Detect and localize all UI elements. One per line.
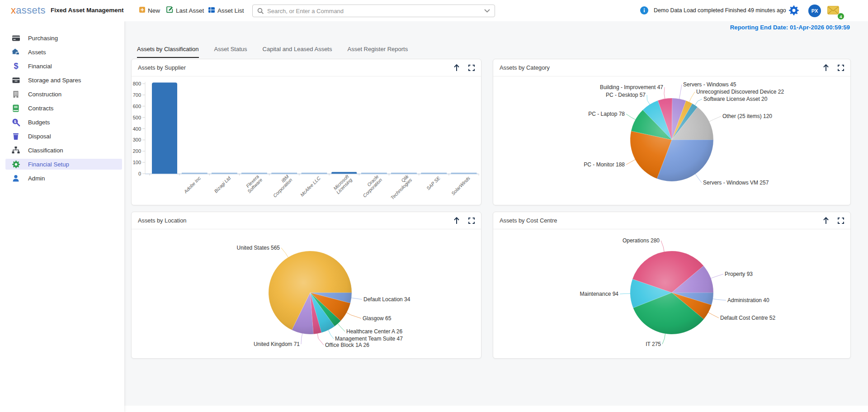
svg-text:OracleCorporation: OracleCorporation [359,174,383,199]
card-assets-by-category: Assets by Category Servers - Windows VM … [493,59,851,205]
expand-icon[interactable] [468,65,475,71]
svg-text:United States 565: United States 565 [237,245,280,251]
sidebar-item-financial[interactable]: $Financial [0,61,124,71]
export-arrow-icon[interactable] [823,217,829,224]
card-title: Assets by Location [138,217,186,224]
svg-text:Management Team Suite 47: Management Team Suite 47 [335,336,403,342]
search-input[interactable] [267,8,481,14]
table-icon [208,7,215,14]
tab-assets-by-classification[interactable]: Assets by Classification [137,46,199,58]
card-header: Assets by Supplier [132,59,481,76]
expand-icon[interactable] [468,218,475,224]
sidebar: PurchasingAssets$FinancialStorage and Sp… [0,21,124,412]
svg-text:FlexeraSoftware: FlexeraSoftware [243,174,263,194]
sidebar-item-contracts[interactable]: Contracts [0,103,124,114]
asset-list-button[interactable]: Asset List [208,6,244,15]
sidebar-item-label: Contracts [28,105,53,112]
svg-text:United Kingdom 71: United Kingdom 71 [254,341,300,347]
export-arrow-icon[interactable] [823,64,829,71]
sidebar-item-financial-setup[interactable]: Financial Setup [0,159,124,170]
svg-text:Bizagi Ltd: Bizagi Ltd [213,175,232,194]
top-bar: xassets Fixed Asset Management New Last … [0,0,868,21]
edit-icon [166,6,173,14]
card-header: Assets by Location [132,212,481,229]
sidebar-item-label: Financial Setup [28,161,69,168]
page-title: Fixed Asset Management [51,7,124,14]
tab-bar: Assets by ClassificationAsset StatusCapi… [137,46,423,58]
card-assets-by-supplier: Assets by Supplier 010020030040050060070… [131,59,481,205]
sidebar-item-label: Construction [28,91,61,98]
expand-icon[interactable] [838,218,844,224]
last-asset-button[interactable]: Last Asset [166,6,204,15]
svg-text:Healthcare Center A 26: Healthcare Center A 26 [346,328,402,335]
assets-by-location-chart: Default Location 34Glasgow 65Healthcare … [132,229,481,358]
sidebar-item-storage-and-spares[interactable]: Storage and Spares [0,75,124,85]
svg-text:$: $ [14,62,18,71]
sidebar-item-admin[interactable]: Admin [0,173,124,184]
sidebar-item-label: Budgets [28,119,50,126]
svg-text:Office Block 1A 26: Office Block 1A 26 [325,342,369,348]
book-icon [11,104,20,113]
export-arrow-icon[interactable] [453,64,460,71]
svg-text:Default Cost Centre 52: Default Cost Centre 52 [720,315,775,321]
svg-text:PC - Laptop 78: PC - Laptop 78 [588,111,625,117]
card-title: Assets by Cost Centre [500,217,557,224]
svg-text:IBMCorporation: IBMCorporation [269,174,293,199]
info-icon[interactable]: i [640,6,648,14]
svg-text:200: 200 [133,148,141,154]
card-title: Assets by Category [500,64,550,71]
gear-icon [11,160,20,169]
sidebar-item-classification[interactable]: Classification [0,145,124,156]
svg-text:PC - Desktop 57: PC - Desktop 57 [606,92,646,98]
tab-capital-and-leased-assets[interactable]: Capital and Leased Assets [263,46,332,58]
svg-text:0: 0 [138,171,141,176]
new-button[interactable]: New [139,6,160,15]
sidebar-item-label: Classification [28,147,63,154]
svg-text:Maintenance 94: Maintenance 94 [580,291,619,297]
main-content: Reporting End Date: 01-Apr-2026 00:59:59… [124,21,868,412]
svg-text:Other (25 items) 120: Other (25 items) 120 [722,113,772,119]
expand-icon[interactable] [838,65,844,71]
reporting-end-date[interactable]: Reporting End Date: 01-Apr-2026 00:59:59 [730,24,850,31]
svg-text:Default Location 34: Default Location 34 [363,296,410,303]
svg-text:McAfee LLC: McAfee LLC [299,175,322,198]
svg-text:SAP SE: SAP SE [425,175,442,191]
svg-text:600: 600 [133,104,141,109]
svg-text:Glasgow 65: Glasgow 65 [363,315,392,322]
card-assets-by-cost-centre: Assets by Cost Centre Administration 40D… [493,212,851,359]
sidebar-item-label: Admin [28,175,45,182]
svg-text:Adobe Inc: Adobe Inc [183,175,202,194]
svg-text:MicrosoftLicensing: MicrosoftLicensing [332,173,354,195]
svg-text:100: 100 [133,160,141,165]
chevron-down-icon[interactable] [484,9,490,13]
svg-text:Software License Asset 20: Software License Asset 20 [703,96,768,102]
assets-by-cost-centre-chart: Administration 40Default Cost Centre 52I… [493,229,850,358]
sidebar-item-purchasing[interactable]: Purchasing [0,33,124,43]
avatar[interactable]: PX [808,5,821,17]
card-title: Assets by Supplier [138,64,186,71]
sidebar-item-assets[interactable]: Assets [0,47,124,57]
card-assets-by-location: Assets by Location Default Location 34Gl… [131,212,481,359]
app-logo[interactable]: xassets [11,5,46,16]
svg-text:QlikTechnologies: QlikTechnologies [386,173,413,200]
card-header: Assets by Cost Centre [493,212,850,229]
sidebar-item-disposal[interactable]: Disposal [0,131,124,142]
sidebar-item-label: Financial [28,63,52,70]
sidebar-item-label: Disposal [28,133,51,140]
plus-icon [139,7,145,14]
tab-asset-status[interactable]: Asset Status [214,46,247,58]
svg-text:800: 800 [133,81,141,86]
svg-text:$: $ [14,119,16,124]
svg-text:Building - Improvement 47: Building - Improvement 47 [600,84,663,90]
svg-text:Servers - Windows 45: Servers - Windows 45 [683,81,736,88]
card-header: Assets by Category [493,59,850,76]
svg-text:Unrecognised Discovered Device: Unrecognised Discovered Device 22 [696,89,784,95]
svg-text:Administration 40: Administration 40 [727,297,769,303]
sidebar-item-budgets[interactable]: $Budgets [0,117,124,128]
export-arrow-icon[interactable] [453,217,460,224]
sidebar-item-construction[interactable]: Construction [0,89,124,99]
svg-text:PC - Monitor 188: PC - Monitor 188 [584,161,625,168]
tab-asset-register-reports[interactable]: Asset Register Reports [347,46,408,58]
svg-text:Servers - Windows VM 257: Servers - Windows VM 257 [703,180,769,186]
settings-gear-icon[interactable] [788,5,799,18]
